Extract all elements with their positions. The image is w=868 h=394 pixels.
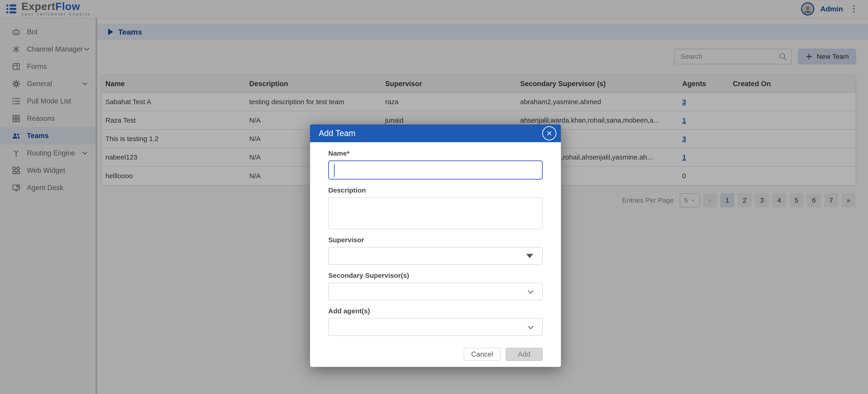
app-screen: ExpertFlow your callcenter experts Admin… bbox=[0, 0, 868, 394]
chevron-down-icon bbox=[526, 288, 535, 296]
close-button[interactable] bbox=[542, 126, 556, 140]
chevron-down-icon bbox=[526, 323, 535, 332]
modal-footer: Cancel Add bbox=[310, 336, 561, 367]
name-field[interactable] bbox=[328, 161, 543, 179]
caret-down-icon bbox=[526, 254, 533, 258]
add-button[interactable]: Add bbox=[505, 348, 543, 361]
description-field[interactable] bbox=[328, 197, 543, 229]
modal-title: Add Team bbox=[319, 129, 355, 138]
description-field-label: Description bbox=[328, 187, 543, 194]
modal-body: Name* Description Supervisor Secondary S… bbox=[310, 142, 561, 336]
add-agents-field-label: Add agent(s) bbox=[328, 307, 543, 315]
secondary-supervisor-field-label: Secondary Supervisor(s) bbox=[328, 272, 543, 279]
text-cursor bbox=[334, 164, 335, 177]
modal-header: Add Team bbox=[310, 124, 561, 142]
add-team-modal: Add Team Name* Description Supervisor Se… bbox=[310, 124, 561, 367]
supervisor-select[interactable] bbox=[328, 247, 543, 265]
close-icon bbox=[546, 130, 553, 137]
name-field-label: Name* bbox=[328, 149, 543, 157]
cancel-button[interactable]: Cancel bbox=[464, 348, 501, 361]
supervisor-field-label: Supervisor bbox=[328, 236, 543, 244]
secondary-supervisor-select[interactable] bbox=[328, 283, 543, 300]
add-agents-select[interactable] bbox=[328, 318, 543, 336]
